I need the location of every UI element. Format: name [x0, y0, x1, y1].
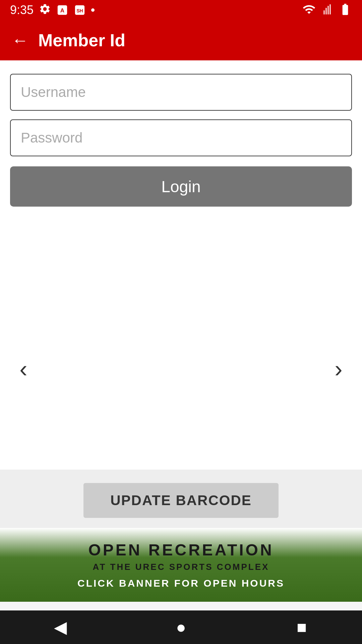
notification-dot: [91, 8, 95, 12]
svg-text:A: A: [60, 7, 64, 14]
banner-section[interactable]: OPEN RECREATION AT THE UREC SPORTS COMPL…: [0, 528, 362, 602]
gear-icon: [39, 3, 51, 17]
update-barcode-section: UPDATE BARCODE: [0, 470, 362, 528]
app-bar: ← Member Id: [0, 20, 362, 60]
nav-back-button[interactable]: ◀: [40, 614, 80, 641]
battery-icon: [339, 3, 352, 17]
status-bar: 9:35 A SH: [0, 0, 362, 20]
nav-home-button[interactable]: ●: [161, 614, 201, 641]
login-button[interactable]: Login: [10, 166, 352, 207]
status-right: [302, 3, 352, 17]
banner-cta: CLICK BANNER FOR OPEN HOURS: [77, 578, 285, 589]
banner-image[interactable]: OPEN RECREATION AT THE UREC SPORTS COMPL…: [0, 528, 362, 602]
main-content: Login: [0, 60, 362, 268]
nav-bar: ◀ ● ■: [0, 610, 362, 644]
carousel-next-button[interactable]: ›: [325, 356, 352, 382]
banner-title: OPEN RECREATION: [88, 541, 274, 559]
banner-subtitle: AT THE UREC SPORTS COMPLEX: [93, 562, 269, 572]
wifi-icon: [302, 3, 316, 17]
carousel-area: ‹ ›: [0, 268, 362, 470]
username-input[interactable]: [10, 74, 352, 111]
carousel-prev-button[interactable]: ‹: [10, 356, 37, 382]
app-icon-2: SH: [74, 4, 86, 16]
svg-text:SH: SH: [76, 8, 83, 13]
page-title: Member Id: [38, 30, 125, 50]
password-input[interactable]: [10, 119, 352, 156]
status-left: 9:35 A SH: [10, 3, 95, 17]
signal-icon: [321, 3, 333, 17]
update-barcode-button[interactable]: UPDATE BARCODE: [83, 483, 279, 518]
status-time: 9:35: [10, 3, 34, 17]
app-icon-1: A: [56, 4, 68, 16]
nav-recent-button[interactable]: ■: [282, 614, 322, 641]
back-button[interactable]: ←: [10, 30, 30, 50]
